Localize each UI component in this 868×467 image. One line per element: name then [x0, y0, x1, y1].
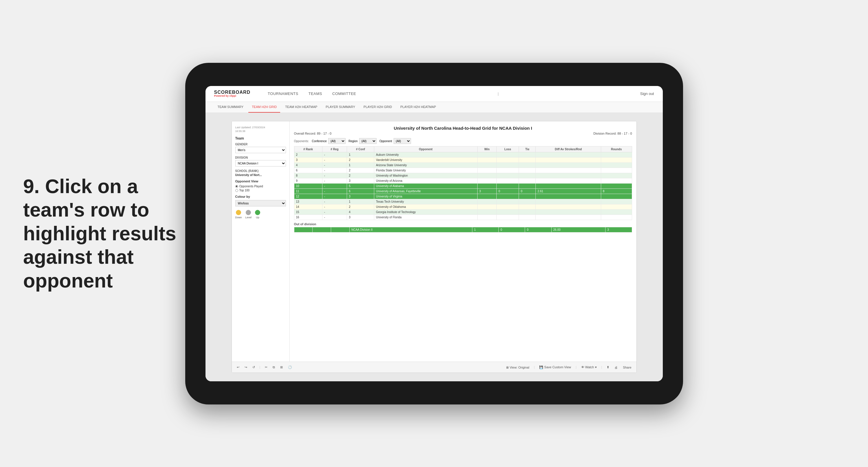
sidebar-division-select[interactable]: NCAA Division I	[235, 160, 286, 167]
table-row[interactable]: 3-2Vanderbilt University	[294, 157, 632, 163]
ood-loss: 0	[499, 227, 525, 232]
logo-brand: clippi	[229, 94, 237, 97]
h2h-table: # Rank # Reg # Conf Opponent Win Loss Ti…	[294, 146, 632, 220]
legend-dot-down	[236, 210, 241, 215]
view-original-button[interactable]: 🖥 View: Original	[504, 365, 531, 370]
grid-title: University of North Carolina Head-to-Hea…	[294, 126, 632, 130]
logo: SCOREBOARD Powered by clippi	[214, 90, 251, 97]
region-select[interactable]: (All)	[359, 138, 376, 144]
export-button[interactable]: ⬆	[605, 365, 611, 370]
sep3: |	[576, 366, 577, 369]
table-row[interactable]: 12-3University of Virginia	[294, 194, 632, 199]
tab-team-h2h-grid[interactable]: TEAM H2H GRID	[248, 101, 280, 113]
sub-nav: TEAM SUMMARY TEAM H2H GRID TEAM H2H HEAT…	[206, 102, 663, 113]
tablet-screen: SCOREBOARD Powered by clippi TOURNAMENTS…	[206, 86, 663, 381]
sep2: |	[534, 366, 535, 369]
sidebar-gender-select[interactable]: Men's	[235, 147, 286, 153]
nav-teams[interactable]: TEAMS	[309, 91, 322, 96]
ood-win: 1	[472, 227, 499, 232]
clock-button[interactable]: 🕐	[286, 365, 293, 370]
legend-level: Level	[245, 210, 252, 219]
tab-player-h2h-heatmap[interactable]: PLAYER H2H HEATMAP	[397, 101, 439, 113]
print-button[interactable]: 🖨	[613, 365, 619, 370]
logo-powered: Powered by clippi	[214, 95, 251, 97]
opponent-view-title: Opponent View	[235, 179, 286, 183]
nav-tournaments[interactable]: TOURNAMENTS	[268, 91, 299, 96]
cut-button[interactable]: ✂	[264, 365, 269, 370]
grid-records: Overall Record: 89 - 17 - 0 Division Rec…	[294, 132, 632, 135]
table-row[interactable]: 10-5University of Alabama	[294, 183, 632, 189]
sidebar-gender-label: Gender	[235, 143, 286, 146]
tab-team-h2h-heatmap[interactable]: TEAM H2H HEATMAP	[282, 101, 321, 113]
conference-select[interactable]: (All)	[328, 138, 346, 144]
save-custom-view-button[interactable]: 💾 Save Custom View	[538, 365, 572, 370]
ood-rank	[294, 227, 313, 232]
ood-conf	[331, 227, 350, 232]
sidebar-school-label: School (Rank)	[235, 169, 286, 173]
undo-button[interactable]: ↩	[235, 365, 241, 370]
tab-player-summary[interactable]: PLAYER SUMMARY	[322, 101, 359, 113]
table-row[interactable]: 4-1Arizona State University	[294, 163, 632, 168]
col-reg: # Reg	[322, 146, 347, 152]
division-record: Division Record: 88 - 17 - 0	[593, 132, 632, 135]
legend-up: Up	[255, 210, 260, 219]
out-of-division-header: Out of division	[294, 220, 632, 227]
sidebar: Last Updated: 27/03/2024 16:55:38 Team G…	[232, 121, 290, 361]
col-win: Win	[477, 146, 496, 152]
sidebar-team-section: Team	[235, 136, 286, 140]
opponent-radio-group: Opponents Played Top 100	[235, 185, 286, 192]
tab-player-h2h-grid[interactable]: PLAYER H2H GRID	[360, 101, 395, 113]
colour-select[interactable]: Win/loss	[235, 200, 286, 206]
ood-reg	[313, 227, 331, 232]
legend-text-up: Up	[256, 216, 259, 219]
col-opponent: Opponent	[374, 146, 477, 152]
paste-button[interactable]: ⊞	[279, 365, 284, 370]
share-button[interactable]: Share	[621, 365, 633, 370]
radio-top100-dot	[235, 189, 238, 192]
main-content: Last Updated: 27/03/2024 16:55:38 Team G…	[206, 113, 663, 381]
legend-down: Down	[235, 210, 242, 219]
table-row[interactable]: 9-3University of Arizona	[294, 178, 632, 183]
radio-top100[interactable]: Top 100	[235, 189, 286, 192]
table-row[interactable]: 13-1Texas Tech University	[294, 199, 632, 204]
table-row[interactable]: 15-4Georgia Institute of Technology	[294, 210, 632, 215]
colour-label: Colour by	[235, 195, 286, 198]
table-row[interactable]: 8-2University of Washington	[294, 173, 632, 178]
legend-text-down: Down	[235, 216, 242, 219]
radio-opponents-played[interactable]: Opponents Played	[235, 185, 286, 188]
nav-items: TOURNAMENTS TEAMS COMMITTEE	[268, 91, 356, 96]
table-row[interactable]: 2-1Auburn University	[294, 152, 632, 157]
radio-opponents-dot	[235, 185, 238, 188]
table-row[interactable]: 14-2University of Oklahoma	[294, 204, 632, 210]
sign-out-button[interactable]: Sign out	[640, 91, 654, 96]
history-button[interactable]: ↺	[251, 365, 256, 370]
sign-out-separator: |	[498, 91, 498, 96]
watch-button[interactable]: 👁 Watch ▾	[580, 365, 598, 370]
conference-filter: Conference (All)	[312, 138, 346, 144]
ood-rounds: 3	[606, 227, 632, 232]
out-of-division-row[interactable]: NCAA Division II 1 0 0 26.00 3	[294, 227, 632, 232]
table-row[interactable]: 11-6University of Arkansas, Fayetteville…	[294, 189, 632, 194]
copy-button[interactable]: ⧉	[271, 365, 276, 370]
tab-team-summary[interactable]: TEAM SUMMARY	[214, 101, 247, 113]
redo-button[interactable]: ↪	[243, 365, 249, 370]
sep1: |	[259, 366, 260, 369]
opponent-select[interactable]: (All)	[394, 138, 411, 144]
logo-title: SCOREBOARD	[214, 90, 251, 95]
overall-record: Overall Record: 89 - 17 - 0	[294, 132, 332, 135]
tablet-shell: SCOREBOARD Powered by clippi TOURNAMENTS…	[185, 63, 683, 405]
ood-label: NCAA Division II	[349, 227, 472, 232]
nav-committee[interactable]: COMMITTEE	[332, 91, 356, 96]
app-body: Last Updated: 27/03/2024 16:55:38 Team G…	[232, 121, 637, 361]
bottom-toolbar: ↩ ↪ ↺ | ✂ ⧉ ⊞ 🕐 🖥 View: Original | 💾 Sav…	[232, 361, 637, 373]
grid-filters: Opponents: Conference (All) Region (	[294, 138, 632, 144]
sep4: |	[601, 366, 602, 369]
opponent-filter: Opponent (All)	[379, 138, 411, 144]
region-filter: Region (All)	[348, 138, 376, 144]
col-loss: Loss	[497, 146, 519, 152]
grid-area: University of North Carolina Head-to-Hea…	[290, 121, 637, 361]
table-row[interactable]: 16-3University of Florida	[294, 215, 632, 220]
top-nav: SCOREBOARD Powered by clippi TOURNAMENTS…	[206, 86, 663, 102]
col-conf: # Conf	[347, 146, 374, 152]
table-row[interactable]: 6-2Florida State University	[294, 168, 632, 173]
